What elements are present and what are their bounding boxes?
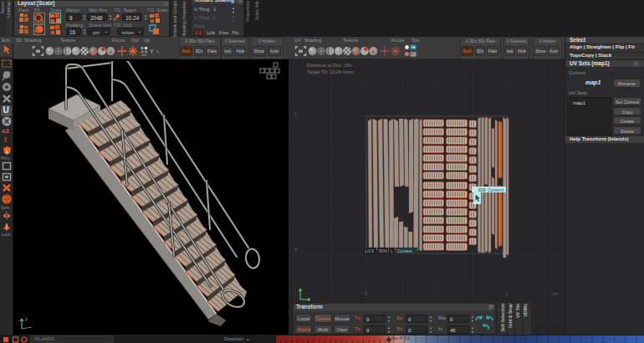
svg-text:50%: 50%	[379, 248, 388, 253]
svg-text:y: y	[25, 316, 28, 321]
svg-text:Content: Content	[397, 248, 412, 253]
svg-text:L/0.5: L/0.5	[365, 248, 374, 253]
svg-text:Y: Y	[150, 49, 154, 54]
svg-text:L: L	[391, 248, 393, 253]
svg-text:GO: GO	[478, 187, 486, 192]
svg-text:Content: Content	[488, 187, 504, 192]
